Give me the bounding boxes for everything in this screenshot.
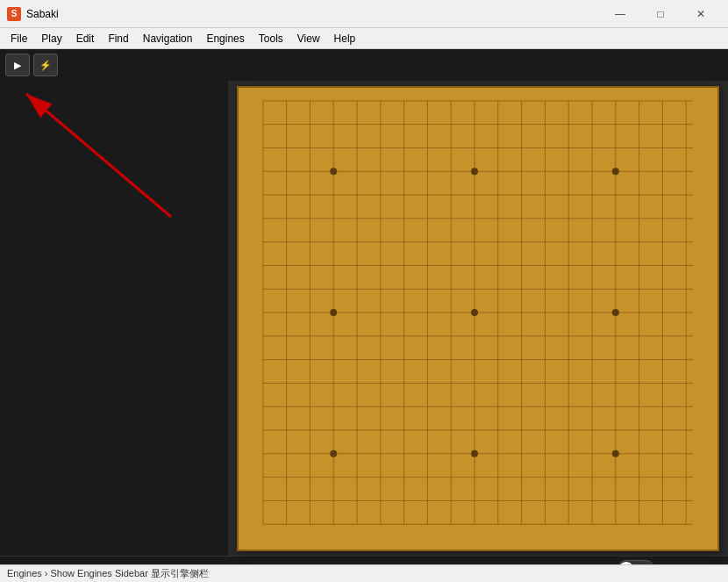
svg-point-49 [612, 449, 619, 456]
maximize-button[interactable]: □ [640, 0, 681, 28]
toolbar: ▶ ⚡ [0, 49, 728, 81]
hint-text: Engines › Show Engines Sidebar 显示引擎侧栏 [7, 567, 209, 580]
menu-tools[interactable]: Tools [252, 28, 290, 48]
lightning-button[interactable]: ⚡ [33, 54, 58, 76]
svg-point-42 [471, 168, 478, 175]
close-button[interactable]: ✕ [681, 0, 721, 28]
title-text: Sabaki [26, 8, 600, 20]
go-board [237, 86, 719, 551]
svg-rect-2 [239, 88, 717, 550]
svg-point-48 [471, 449, 478, 456]
play-icon: ▶ [14, 60, 21, 71]
svg-point-44 [330, 309, 337, 316]
menu-engines[interactable]: Engines [199, 28, 251, 48]
menu-file[interactable]: File [4, 28, 34, 48]
svg-point-43 [612, 168, 619, 175]
svg-point-41 [330, 168, 337, 175]
main-layout [0, 81, 728, 556]
go-board-svg [239, 88, 717, 550]
svg-line-1 [26, 94, 171, 217]
minimize-button[interactable]: — [600, 0, 640, 28]
menu-view[interactable]: View [290, 28, 327, 48]
window-controls: — □ ✕ [600, 0, 721, 28]
play-button[interactable]: ▶ [5, 54, 30, 76]
bottom-hint: Engines › Show Engines Sidebar 显示引擎侧栏 [0, 564, 728, 582]
menu-edit[interactable]: Edit [69, 28, 102, 48]
menu-play[interactable]: Play [34, 28, 68, 48]
menu-navigation[interactable]: Navigation [136, 28, 200, 48]
app-icon: S [7, 7, 21, 21]
svg-point-46 [612, 309, 619, 316]
menu-help[interactable]: Help [327, 28, 363, 48]
arrow-annotation [0, 81, 228, 256]
board-area [228, 81, 728, 556]
sidebar [0, 81, 228, 556]
lightning-icon: ⚡ [39, 60, 52, 71]
title-bar: S Sabaki — □ ✕ [0, 0, 728, 28]
svg-point-47 [330, 449, 337, 456]
menu-find[interactable]: Find [101, 28, 135, 48]
menu-bar: File Play Edit Find Navigation Engines T… [0, 28, 728, 49]
svg-point-45 [471, 309, 478, 316]
